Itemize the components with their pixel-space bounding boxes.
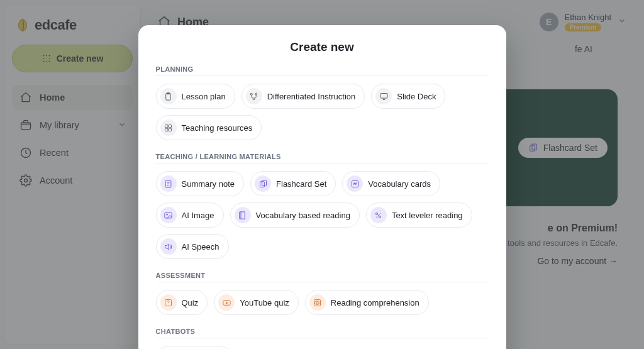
branch-icon bbox=[246, 88, 262, 104]
chip-label: YouTube quiz bbox=[240, 298, 289, 307]
section-label: ASSESSMENT bbox=[156, 272, 489, 282]
chip-vocab-cards[interactable]: Vocabulary cards bbox=[342, 171, 440, 196]
speaker-icon bbox=[160, 238, 177, 255]
modal-section: PLANNINGLesson planDifferentiated Instru… bbox=[156, 65, 489, 140]
chip-quiz[interactable]: Quiz bbox=[156, 290, 208, 315]
chip-row: Custom bot bbox=[156, 346, 489, 349]
modal-overlay[interactable]: Create new PLANNINGLesson planDifferenti… bbox=[0, 0, 644, 349]
chip-vocab-reading[interactable]: Vocabulary based reading bbox=[230, 202, 360, 228]
leveler-icon bbox=[370, 207, 387, 223]
chip-label: Quiz bbox=[182, 298, 199, 307]
modal-section: TEACHING / LEARNING MATERIALSSummary not… bbox=[156, 153, 489, 259]
chip-reading-comp[interactable]: Reading comprehension bbox=[305, 290, 429, 315]
modal-title: Create new bbox=[156, 40, 489, 54]
modal-section: ASSESSMENTQuizYouTube quizReading compre… bbox=[156, 272, 489, 315]
clipboard-icon bbox=[160, 88, 177, 104]
chip-lesson-plan[interactable]: Lesson plan bbox=[156, 84, 235, 109]
section-label: TEACHING / LEARNING MATERIALS bbox=[156, 153, 489, 163]
monitor-icon bbox=[375, 88, 392, 104]
chip-summary-note[interactable]: Summary note bbox=[156, 171, 245, 196]
note-icon bbox=[160, 175, 177, 192]
chip-label: Text leveler reading bbox=[392, 211, 463, 220]
chip-label: Slide Deck bbox=[397, 92, 436, 101]
chip-row: Summary noteFlashcard SetVocabulary card… bbox=[156, 171, 489, 259]
chip-label: Reading comprehension bbox=[331, 298, 419, 307]
section-label: PLANNING bbox=[156, 65, 489, 76]
chip-custom-bot[interactable]: Custom bot bbox=[156, 346, 233, 349]
chip-label: Summary note bbox=[182, 179, 235, 189]
book-icon bbox=[235, 207, 251, 223]
section-label: CHATBOTS bbox=[156, 328, 489, 338]
chip-row: Lesson planDifferentiated InstructionSli… bbox=[156, 84, 489, 140]
cards-icon bbox=[255, 175, 271, 192]
chip-youtube-quiz[interactable]: YouTube quiz bbox=[214, 290, 299, 315]
chip-ai-speech[interactable]: AI Speech bbox=[156, 234, 229, 259]
chip-label: Flashcard Set bbox=[276, 179, 326, 189]
chip-label: Vocabulary cards bbox=[368, 179, 431, 189]
vocab-icon bbox=[347, 175, 363, 192]
create-new-modal: Create new PLANNINGLesson planDifferenti… bbox=[138, 25, 506, 349]
chip-diff-instruction[interactable]: Differentiated Instruction bbox=[242, 84, 365, 109]
grid-icon bbox=[160, 119, 177, 136]
image-icon bbox=[160, 207, 177, 223]
chip-row: QuizYouTube quizReading comprehension bbox=[156, 290, 489, 315]
chip-label: Vocabulary based reading bbox=[256, 211, 350, 220]
chip-text-leveler[interactable]: Text leveler reading bbox=[366, 202, 472, 228]
quiz-icon bbox=[160, 294, 177, 311]
chip-label: AI Image bbox=[182, 211, 214, 220]
chip-label: Teaching resources bbox=[182, 123, 253, 133]
chip-label: AI Speech bbox=[182, 242, 219, 252]
chip-label: Lesson plan bbox=[182, 92, 226, 101]
chip-slide-deck[interactable]: Slide Deck bbox=[371, 84, 445, 109]
reading-icon bbox=[309, 294, 326, 311]
chip-teaching-resources[interactable]: Teaching resources bbox=[156, 115, 262, 140]
chip-ai-image[interactable]: AI Image bbox=[156, 202, 224, 228]
chip-flashcard-set[interactable]: Flashcard Set bbox=[250, 171, 336, 196]
modal-section: CHATBOTSCustom bot bbox=[156, 328, 489, 349]
chip-label: Differentiated Instruction bbox=[267, 92, 356, 101]
youtube-icon bbox=[218, 294, 235, 311]
